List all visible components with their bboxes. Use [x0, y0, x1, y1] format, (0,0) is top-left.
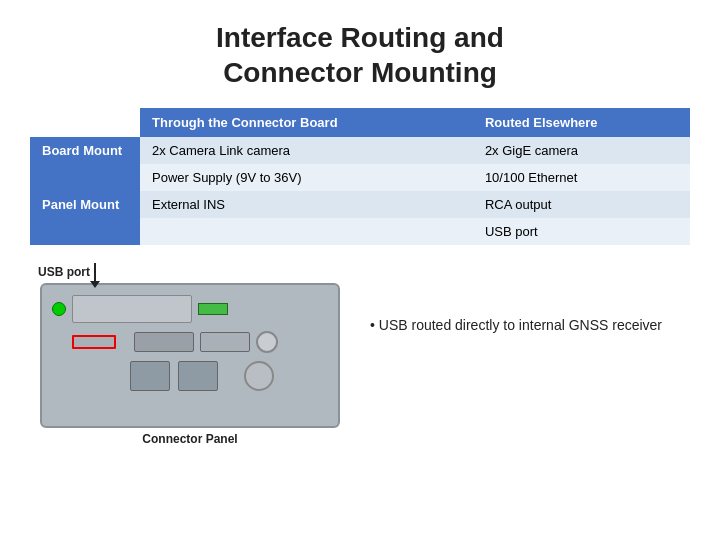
table-row: Panel Mount External INS RCA output — [30, 191, 690, 218]
cell-panel-elsewhere: RCA output — [473, 191, 690, 218]
bullet: • — [370, 317, 375, 333]
usb-port-connector — [72, 335, 116, 349]
row-header-panel-mount: Panel Mount — [30, 191, 140, 218]
panel-bottom-row — [72, 361, 328, 391]
panel-illustration — [40, 283, 340, 428]
title-line2: Connector Mounting — [223, 57, 497, 88]
connector-panel-area: USB port — [30, 265, 350, 446]
panel-mid-row — [72, 331, 328, 353]
col-header-elsewhere: Routed Elsewhere — [473, 108, 690, 137]
panel-caption: Connector Panel — [142, 432, 237, 446]
cell-panel-connector: External INS — [140, 191, 473, 218]
row-header-board-mount: Board Mount — [30, 137, 140, 164]
card-slot — [72, 295, 192, 323]
row-header-empty2 — [30, 218, 140, 245]
table-wrapper: Through the Connector Board Routed Elsew… — [30, 108, 690, 245]
cell-powersupply-connector: Power Supply (9V to 36V) — [140, 164, 473, 191]
usb-port-label: USB port — [38, 265, 90, 279]
note-content: USB routed directly to internal GNSS rec… — [379, 317, 662, 333]
cell-usb-connector — [140, 218, 473, 245]
note-text: • USB routed directly to internal GNSS r… — [370, 315, 662, 336]
serial-port — [134, 332, 194, 352]
usb-arrow-line — [94, 263, 96, 281]
page: Interface Routing and Connector Mounting… — [0, 0, 720, 540]
bottom-section: USB port — [30, 265, 690, 446]
col-header-connector: Through the Connector Board — [140, 108, 473, 137]
d9-port — [200, 332, 250, 352]
col-header-empty — [30, 108, 140, 137]
circular-connector — [256, 331, 278, 353]
panel-top-row — [52, 295, 328, 323]
cell-board-connector: 2x Camera Link camera — [140, 137, 473, 164]
title-line1: Interface Routing and — [216, 22, 504, 53]
panel-inner — [42, 285, 338, 426]
table-row: Board Mount 2x Camera Link camera 2x Gig… — [30, 137, 690, 164]
green-indicator-small — [198, 303, 228, 315]
green-indicator — [52, 302, 66, 316]
page-title: Interface Routing and Connector Mounting — [30, 20, 690, 90]
routing-table: Through the Connector Board Routed Elsew… — [30, 108, 690, 245]
ethernet-port-2 — [178, 361, 218, 391]
table-row: Power Supply (9V to 36V) 10/100 Ethernet — [30, 164, 690, 191]
large-circular-connector — [244, 361, 274, 391]
table-row: USB port — [30, 218, 690, 245]
note-area: • USB routed directly to internal GNSS r… — [370, 265, 690, 446]
cell-usb-elsewhere: USB port — [473, 218, 690, 245]
cell-board-elsewhere: 2x GigE camera — [473, 137, 690, 164]
cell-powersupply-elsewhere: 10/100 Ethernet — [473, 164, 690, 191]
ethernet-port-1 — [130, 361, 170, 391]
row-header-empty1 — [30, 164, 140, 191]
